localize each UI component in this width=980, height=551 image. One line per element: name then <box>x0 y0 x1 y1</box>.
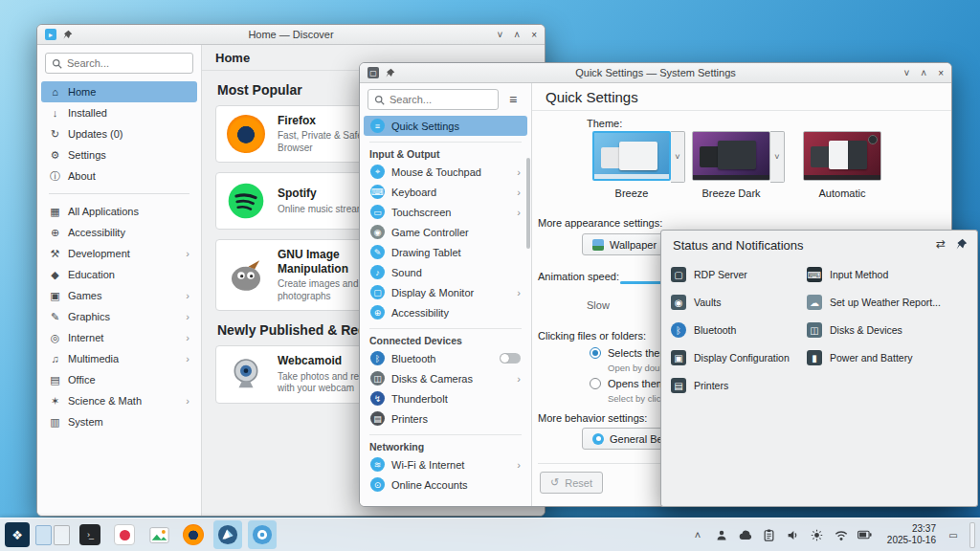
sidebar-item-home[interactable]: ⌂Home <box>41 81 197 102</box>
bluetooth-toggle[interactable] <box>500 353 521 364</box>
minimize-button[interactable]: ˅ <box>497 25 502 45</box>
desktop[interactable]: { "glyphs": { "min": "˅", "max": "˄", "c… <box>0 0 980 551</box>
category-multimedia[interactable]: ♫Multimedia› <box>41 348 197 369</box>
sidebar-item-drawing-tablet[interactable]: ✎Drawing Tablet <box>364 242 527 262</box>
popup-item-bluetooth[interactable]: ᛒBluetooth <box>671 320 736 340</box>
user-icon[interactable] <box>713 526 730 543</box>
sidebar-item-updates[interactable]: ↻Updates (0) <box>41 123 197 144</box>
printer-icon: ▤ <box>370 411 385 426</box>
discover-search[interactable] <box>45 53 193 74</box>
item-label: Multimedia <box>68 353 119 364</box>
sidebar-item-game-controller[interactable]: ◉Game Controller <box>364 222 527 242</box>
sidebar-item-accessibility[interactable]: ⊕Accessibility <box>364 302 527 322</box>
task-gwenview[interactable] <box>145 520 173 549</box>
pin-icon[interactable] <box>955 238 968 251</box>
sidebar-item-online-accounts[interactable]: ⊙Online Accounts <box>364 474 527 495</box>
breeze-dropdown-button[interactable]: ˅ <box>671 131 685 183</box>
app-launcher-button[interactable]: ❖ <box>5 522 30 547</box>
category-development[interactable]: ⚒Development› <box>41 243 197 264</box>
sidebar-item-sound[interactable]: ♪Sound <box>364 262 527 282</box>
sidebar-item-mouse-touchpad[interactable]: ⌖Mouse & Touchpad› <box>364 162 527 182</box>
battery-icon[interactable] <box>857 526 874 543</box>
radio-selects-them[interactable]: Selects them <box>590 347 669 359</box>
sidebar-item-bluetooth[interactable]: ᛒBluetooth <box>364 348 527 368</box>
close-button[interactable]: × <box>938 63 944 83</box>
cloud-icon[interactable] <box>737 526 754 543</box>
maximize-button[interactable]: ˄ <box>921 63 926 83</box>
maximize-button[interactable]: ˄ <box>514 25 520 45</box>
expand-tray-icon[interactable]: ˄ <box>689 526 706 543</box>
digital-clock[interactable]: 23:37 2025-10-16 <box>887 523 936 547</box>
volume-icon[interactable] <box>785 526 802 543</box>
category-internet[interactable]: ◎Internet› <box>41 327 197 348</box>
peek-desktop-icon[interactable]: ▭ <box>946 527 961 542</box>
sidebar-item-settings[interactable]: ⚙Settings <box>41 144 197 165</box>
category-office[interactable]: ▤Office <box>41 369 197 390</box>
task-media-player[interactable] <box>110 520 139 549</box>
item-label: Set up Weather Report... <box>830 297 941 308</box>
category-all-applications[interactable]: ▦All Applications <box>41 201 197 222</box>
sidebar-item-printers[interactable]: ▤Printers <box>364 408 527 429</box>
settings-search[interactable] <box>368 89 499 110</box>
popup-item-power-battery[interactable]: ▮Power and Battery <box>807 348 912 367</box>
breeze-dark-dropdown-button[interactable]: ˅ <box>770 131 785 183</box>
popup-item-printers[interactable]: ▤Printers <box>671 376 728 395</box>
search-icon <box>52 58 62 69</box>
configure-icon[interactable]: ⇄ <box>936 237 946 251</box>
pin-icon[interactable] <box>62 30 73 40</box>
sidebar-item-keyboard[interactable]: ⌨Keyboard› <box>364 182 527 202</box>
popup-item-vaults[interactable]: ◉Vaults <box>671 293 721 312</box>
popup-item-weather[interactable]: ☁Set up Weather Report... <box>807 293 941 312</box>
discover-titlebar[interactable]: ▸ Home — Discover ˅ ˄ × <box>37 25 545 45</box>
sidebar-item-display-monitor[interactable]: ▢Display & Monitor› <box>364 282 527 302</box>
minimize-button[interactable]: ˅ <box>903 63 909 83</box>
sidebar-item-touchscreen[interactable]: ▭Touchscreen› <box>364 202 527 222</box>
hamburger-menu-button[interactable]: ≡ <box>502 89 523 110</box>
category-system[interactable]: ▥System <box>41 411 197 432</box>
category-games[interactable]: ▣Games› <box>41 285 197 306</box>
wallpaper-button[interactable]: Wallpaper <box>582 233 667 255</box>
pin-icon[interactable] <box>385 68 395 78</box>
item-label: Touchscreen <box>391 207 451 218</box>
brightness-icon[interactable] <box>809 526 826 543</box>
task-konsole[interactable]: ›_ <box>76 520 104 549</box>
show-desktop-button[interactable] <box>969 522 975 548</box>
popup-item-disks-devices[interactable]: ◫Disks & Devices <box>807 320 902 340</box>
settings-titlebar[interactable]: ▢ Quick Settings — System Settings ˅ ˄ × <box>360 63 951 83</box>
slow-label: Slow <box>587 299 610 311</box>
sidebar-item-installed[interactable]: ↓Installed <box>41 102 197 123</box>
desktop-2[interactable] <box>54 525 70 545</box>
popup-item-input-method[interactable]: ⌨Input Method <box>807 265 888 284</box>
search-input[interactable] <box>390 94 492 105</box>
task-firefox[interactable] <box>179 520 208 549</box>
search-input[interactable] <box>67 57 187 69</box>
sidebar-item-about[interactable]: ⓘAbout <box>41 165 197 187</box>
category-education[interactable]: ◆Education <box>41 264 197 285</box>
wifi-icon[interactable] <box>833 526 850 543</box>
theme-preview-breeze-dark[interactable] <box>692 131 770 181</box>
desktop-1[interactable] <box>35 525 52 545</box>
input-method-icon: ⌨ <box>807 267 822 282</box>
sidebar-item-quick-settings[interactable]: ≡Quick Settings <box>364 116 527 136</box>
close-button[interactable]: × <box>531 25 537 45</box>
reset-button[interactable]: ↺ Reset <box>540 472 603 494</box>
popup-item-rdp-server[interactable]: ▢RDP Server <box>671 265 747 284</box>
popup-item-display-configuration[interactable]: ▣Display Configuration <box>671 348 790 367</box>
radio-opens-them[interactable]: Opens them <box>590 378 665 389</box>
theme-preview-breeze[interactable] <box>592 131 671 181</box>
task-system-settings[interactable] <box>248 520 277 549</box>
clipboard-icon[interactable] <box>761 526 778 543</box>
category-accessibility[interactable]: ⊕Accessibility <box>41 222 197 243</box>
sidebar-item-disks-cameras[interactable]: ◫Disks & Cameras› <box>364 368 527 388</box>
sidebar-scrollbar[interactable] <box>526 158 530 249</box>
item-label: Bluetooth <box>391 353 435 364</box>
virtual-desktop-pager[interactable] <box>35 525 70 545</box>
item-label: Vaults <box>694 297 721 308</box>
theme-preview-automatic[interactable] <box>803 131 881 181</box>
sidebar-item-wifi-internet[interactable]: ≋Wi-Fi & Internet› <box>364 454 527 474</box>
sidebar-item-thunderbolt[interactable]: ↯Thunderbolt <box>364 388 527 408</box>
search-icon <box>374 95 385 105</box>
task-discover[interactable] <box>213 520 242 549</box>
category-graphics[interactable]: ✎Graphics› <box>41 306 197 327</box>
category-science-math[interactable]: ✶Science & Math› <box>41 390 197 411</box>
